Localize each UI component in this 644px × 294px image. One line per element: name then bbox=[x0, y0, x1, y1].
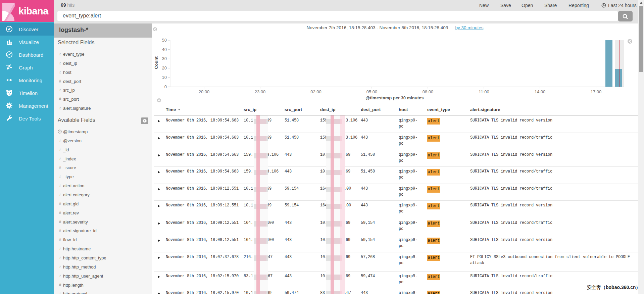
svg-text:20: 20 bbox=[162, 65, 167, 70]
svg-text:05:00: 05:00 bbox=[366, 89, 378, 94]
svg-text:30: 30 bbox=[162, 56, 167, 61]
svg-text:17:00: 17:00 bbox=[591, 89, 602, 94]
svg-text:10: 10 bbox=[162, 75, 167, 80]
svg-text:14:00: 14:00 bbox=[535, 89, 546, 94]
svg-text:@timestamp per 30 minutes: @timestamp per 30 minutes bbox=[365, 95, 424, 100]
svg-text:08:00: 08:00 bbox=[423, 89, 434, 94]
svg-text:50: 50 bbox=[162, 38, 167, 43]
svg-text:0: 0 bbox=[164, 84, 167, 89]
svg-text:Count: Count bbox=[154, 56, 159, 69]
svg-text:23:00: 23:00 bbox=[255, 89, 266, 94]
svg-text:11:00: 11:00 bbox=[479, 89, 489, 94]
svg-text:02:00: 02:00 bbox=[310, 89, 321, 94]
svg-text:40: 40 bbox=[162, 47, 167, 52]
svg-text:20:00: 20:00 bbox=[199, 89, 210, 94]
